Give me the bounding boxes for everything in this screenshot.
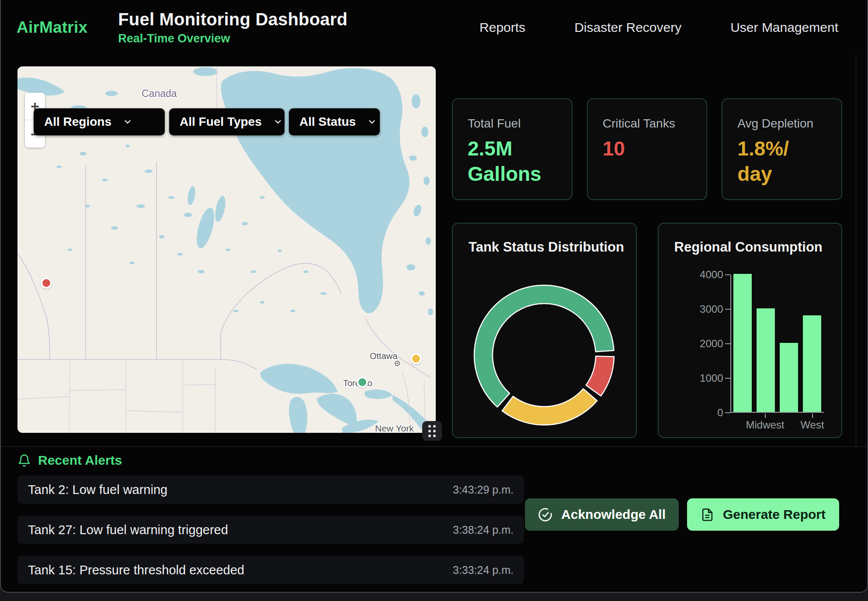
status-filter-select[interactable]: All Status (289, 108, 380, 135)
kpi-label: Avg Depletion (737, 117, 826, 131)
tank-status-donut-chart (472, 283, 616, 427)
generate-report-label: Generate Report (723, 507, 826, 522)
charts-row: Tank Status Distribution Regional Consum… (452, 223, 842, 438)
map-label-canada: Canada (142, 88, 177, 99)
map-label-ottawa: Ottawa (370, 351, 398, 361)
nav-user-management[interactable]: User Management (730, 20, 838, 35)
map-label-new-york: New York (375, 423, 414, 433)
bar (780, 343, 798, 412)
acknowledge-all-button[interactable]: Acknowledge All (525, 498, 679, 531)
y-tick-mark (725, 309, 730, 310)
recent-alerts-section: Recent Alerts Tank 2: Low fuel warning 3… (1, 446, 867, 592)
fuel-type-filter-value: All Fuel Types (180, 115, 262, 129)
kpi-avg-depletion: Avg Depletion 1.8%/day (722, 98, 842, 200)
regional-consumption-bar-chart: 01000200030004000MidwestWest (659, 224, 842, 437)
y-tick-mark (725, 343, 730, 344)
donut-segment-warning (502, 389, 597, 425)
nav-disaster-recovery[interactable]: Disaster Recovery (574, 20, 681, 35)
chevron-down-icon (123, 117, 132, 127)
chevron-down-icon (273, 117, 283, 127)
y-tick-label: 2000 (681, 338, 723, 350)
kpi-label: Critical Tanks (603, 117, 692, 131)
status-filter-value: All Status (299, 115, 356, 129)
app-logo: AirMatrix (17, 18, 87, 37)
alert-message: Tank 15: Pressure threshold exceeded (28, 563, 244, 577)
kpi-value: 1.8%/day (737, 136, 826, 187)
alert-row[interactable]: Tank 27: Low fuel warning triggered 3:38… (17, 516, 524, 544)
y-tick-mark (725, 274, 730, 275)
map-marker-warning[interactable] (410, 353, 422, 364)
screen: AirMatrix Fuel Monitoring Dashboard Real… (0, 0, 868, 601)
document-icon (701, 508, 714, 522)
main-nav: Reports Disaster Recovery User Managemen… (479, 20, 867, 35)
content-right-divider (856, 0, 856, 446)
alert-row[interactable]: Tank 2: Low fuel warning 3:43:29 p.m. (17, 476, 524, 504)
bell-icon (17, 453, 31, 468)
kpi-critical-tanks: Critical Tanks 10 (587, 98, 708, 200)
region-filter-value: All Regions (44, 115, 111, 129)
bar (733, 274, 752, 412)
y-tick-label: 3000 (681, 303, 723, 315)
alerts-header: Recent Alerts (17, 451, 851, 470)
map-marker-critical[interactable] (41, 277, 52, 289)
y-tick-label: 1000 (681, 372, 723, 384)
title-block: Fuel Monitoring Dashboard Real-Time Over… (118, 10, 347, 45)
alert-message: Tank 2: Low fuel warning (28, 483, 167, 497)
donut-segment-critical (586, 356, 614, 396)
chart-title: Tank Status Distribution (453, 224, 636, 255)
map-panel: Canada Ottawa Toronto New York + − (17, 66, 436, 433)
alerts-title: Recent Alerts (38, 453, 122, 468)
map[interactable]: Canada Ottawa Toronto New York + − (17, 66, 436, 433)
map-marker-normal[interactable] (357, 376, 368, 388)
header: AirMatrix Fuel Monitoring Dashboard Real… (1, 0, 867, 55)
acknowledge-all-label: Acknowledge All (561, 507, 666, 522)
fuel-type-filter-select[interactable]: All Fuel Types (169, 108, 285, 135)
y-tick-label: 0 (681, 407, 723, 419)
right-column: Total Fuel 2.5MGallons Critical Tanks 10… (452, 66, 842, 438)
y-tick-label: 4000 (681, 269, 723, 281)
alert-message: Tank 27: Low fuel warning triggered (28, 523, 228, 537)
x-tick-mark (812, 414, 813, 418)
kpi-label: Total Fuel (468, 117, 557, 131)
page-title: Fuel Monitoring Dashboard (118, 10, 347, 29)
map-filter-bar: All Regions All Fuel Types All Status (34, 108, 380, 135)
page-subtitle: Real-Time Overview (118, 32, 347, 45)
alert-timestamp: 3:43:29 p.m. (453, 484, 514, 496)
bar (803, 315, 821, 412)
nav-reports[interactable]: Reports (479, 20, 525, 35)
kpi-value: 2.5MGallons (468, 136, 557, 187)
kpi-row: Total Fuel 2.5MGallons Critical Tanks 10… (452, 98, 842, 200)
kpi-total-fuel: Total Fuel 2.5MGallons (452, 98, 573, 200)
chevron-down-icon (367, 117, 377, 127)
regional-consumption-card: Regional Consumption 01000200030004000Mi… (658, 223, 843, 438)
alerts-list: Tank 2: Low fuel warning 3:43:29 p.m. Ta… (17, 476, 524, 584)
alert-timestamp: 3:33:24 p.m. (453, 564, 514, 577)
dashboard-window: AirMatrix Fuel Monitoring Dashboard Real… (0, 0, 868, 593)
alert-timestamp: 3:38:24 p.m. (453, 524, 514, 536)
check-circle-icon (538, 508, 552, 522)
bar (757, 308, 775, 412)
alert-row[interactable]: Tank 15: Pressure threshold exceeded 3:3… (17, 556, 524, 584)
bar-plot-area (730, 275, 824, 413)
y-tick-mark (725, 412, 730, 413)
y-tick-mark (725, 378, 730, 379)
x-tick-mark (765, 414, 766, 418)
region-filter-select[interactable]: All Regions (34, 108, 165, 135)
tank-status-card: Tank Status Distribution (452, 223, 637, 438)
ottawa-town-symbol (395, 361, 399, 366)
generate-report-button[interactable]: Generate Report (687, 498, 839, 531)
resize-handle[interactable] (422, 421, 442, 441)
kpi-value: 10 (603, 136, 692, 161)
x-tick-label: West (782, 419, 843, 431)
